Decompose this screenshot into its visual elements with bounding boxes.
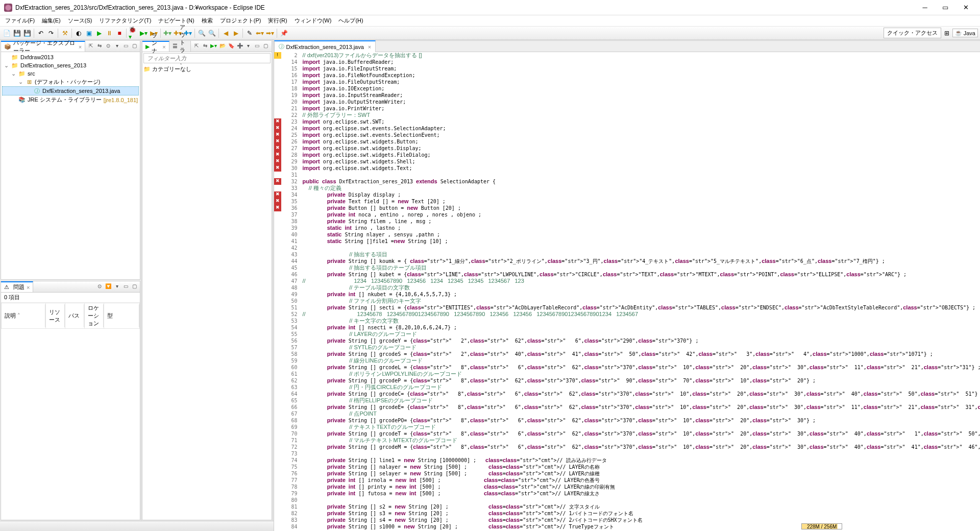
menu-item[interactable]: リファクタリング(T) xyxy=(96,16,154,26)
close-tab-icon[interactable]: × xyxy=(162,44,165,50)
build-icon[interactable]: ⚒ xyxy=(60,29,69,38)
menu-item[interactable]: ソース(S) xyxy=(65,16,95,26)
save-button[interactable]: 💾 xyxy=(12,29,21,38)
column-header[interactable]: リソース xyxy=(45,303,65,329)
editor-tab[interactable]: Ⓙ DxfExtraction_seres_2013.java × xyxy=(274,40,376,52)
collapse-icon[interactable]: ⇱ xyxy=(193,43,200,50)
problems-table[interactable]: 説明 ˄リソースパスロケーション型 xyxy=(1,303,140,329)
maximize-button[interactable]: ▭ xyxy=(935,4,955,11)
menu-item[interactable]: ウィンドウ(W) xyxy=(291,16,335,26)
column-header[interactable]: パス xyxy=(65,303,84,329)
runner-tab[interactable]: ▶ ランナー × xyxy=(142,41,169,52)
annotation-next-icon[interactable]: ▶ xyxy=(231,29,240,38)
err-marker-icon[interactable]: ✖ xyxy=(274,178,281,185)
filter-icon[interactable]: 🔽 xyxy=(105,283,112,291)
maximize-view-icon[interactable]: ▢ xyxy=(131,283,138,291)
link-editor-icon[interactable]: ⇆ xyxy=(96,43,103,50)
twistie-icon[interactable]: ⌄ xyxy=(10,70,16,77)
run-icon[interactable]: ▶▾ xyxy=(210,43,217,50)
run-button[interactable]: ▶▾ xyxy=(139,29,148,38)
focus-icon[interactable]: ⊙ xyxy=(105,43,112,50)
tree-node[interactable]: ⒿDxfExtraction_seres_2013.java xyxy=(2,86,139,95)
err-marker-icon[interactable]: ✖ xyxy=(274,138,281,145)
pin-icon[interactable]: 📌 xyxy=(279,29,288,38)
menu-item[interactable]: ファイル(F) xyxy=(2,16,38,26)
err-marker-icon[interactable]: ✖ xyxy=(274,191,281,198)
err-marker-icon[interactable]: ✖ xyxy=(274,118,281,125)
column-header[interactable]: 説明 ˄ xyxy=(2,303,46,329)
marker xyxy=(274,523,281,530)
redo-icon[interactable]: ↷ xyxy=(46,29,56,38)
toggle-icon[interactable]: ◐ xyxy=(74,29,83,38)
collapse-all-icon[interactable]: ⇱ xyxy=(87,43,94,50)
new-button[interactable]: 📄 xyxy=(2,29,11,38)
menu-item[interactable]: 検索 xyxy=(199,16,216,26)
undo-icon[interactable]: ↶ xyxy=(36,29,45,38)
column-header[interactable]: 型 xyxy=(104,303,140,329)
save-all-button[interactable]: 💾 xyxy=(22,29,32,38)
new-java-icon[interactable]: ✚▾ xyxy=(163,29,172,38)
minimize-view-icon[interactable]: ▭ xyxy=(122,43,129,50)
view-menu-icon[interactable]: ▾ xyxy=(113,43,120,50)
menu-item[interactable]: 実行(R) xyxy=(265,16,290,26)
menu-item[interactable]: ヘルプ(H) xyxy=(335,16,366,26)
focus-icon[interactable]: ⊙ xyxy=(96,283,103,291)
view-menu-icon[interactable]: ▾ xyxy=(245,43,252,50)
minimize-button[interactable]: ─ xyxy=(915,4,935,11)
source-editor[interactable]: !✖✖✖✖✖✖✖✖✖✖✖✖ 2 14 15 16 17 18 19 20 21 … xyxy=(274,52,980,531)
close-tab-icon[interactable]: × xyxy=(27,284,30,291)
minimize-view-icon[interactable]: ▭ xyxy=(254,43,261,50)
open-icon[interactable]: 📂 xyxy=(219,43,226,50)
twistie-icon[interactable]: ⌄ xyxy=(3,62,9,69)
resume-icon[interactable]: ▶ xyxy=(94,29,104,38)
close-tab-icon[interactable]: × xyxy=(79,44,82,50)
quick-access[interactable]: クイック・アクセス xyxy=(884,28,941,38)
err-marker-icon[interactable]: ✖ xyxy=(274,132,281,138)
err-marker-icon[interactable]: ✖ xyxy=(274,152,281,158)
debug-button[interactable]: 🐞▾ xyxy=(129,29,138,38)
err-marker-icon[interactable]: ✖ xyxy=(274,205,281,211)
back-icon[interactable]: ⬅▾ xyxy=(255,29,264,38)
err-marker-icon[interactable]: ✖ xyxy=(274,158,281,165)
tree-node[interactable]: ⌄⊞(デフォルト・パッケージ) xyxy=(2,78,139,86)
minimize-view-icon[interactable]: ▭ xyxy=(122,283,129,291)
menu-item[interactable]: ナビゲート(N) xyxy=(155,16,197,26)
menu-item[interactable]: 編集(E) xyxy=(39,16,64,26)
err-marker-icon[interactable]: ✖ xyxy=(274,198,281,205)
err-marker-icon[interactable]: ✖ xyxy=(274,125,281,132)
column-header[interactable]: ロケーション xyxy=(84,303,104,329)
close-editor-icon[interactable]: × xyxy=(368,44,371,50)
skip-icon[interactable]: ▣ xyxy=(84,29,93,38)
terminate-icon[interactable]: ■ xyxy=(115,29,124,38)
bookmark-icon[interactable]: 🔖 xyxy=(228,43,235,50)
package-explorer-tree[interactable]: 📁Dxfdraw2013⌄📁DxfExtraction_seres_2013⌄📁… xyxy=(1,52,140,279)
open-type-icon[interactable]: 🔍 xyxy=(197,29,206,38)
filter-box[interactable] xyxy=(143,53,270,63)
twistie-icon[interactable]: ⌄ xyxy=(17,79,23,85)
close-button[interactable]: ✕ xyxy=(955,4,976,11)
tree-node[interactable]: 📁Dxfdraw2013 xyxy=(2,53,139,61)
suspend-icon[interactable]: ⏸ xyxy=(105,29,114,38)
last-edit-icon[interactable]: ✎ xyxy=(245,29,254,38)
link-icon[interactable]: ⇆ xyxy=(202,43,209,50)
err-marker-icon[interactable]: ✖ xyxy=(274,165,281,172)
annotation-prev-icon[interactable]: ◀ xyxy=(221,29,230,38)
add-icon[interactable]: ➕ xyxy=(236,43,243,50)
warn-marker-icon[interactable]: ! xyxy=(274,52,281,59)
maximize-view-icon[interactable]: ▢ xyxy=(131,43,138,50)
filter-input[interactable] xyxy=(147,55,266,61)
tree-node[interactable]: ⌄📁src xyxy=(2,69,139,78)
java-perspective-button[interactable]: ☕Java xyxy=(952,29,978,37)
problems-tab[interactable]: ⚠ 問題 × xyxy=(1,281,33,292)
view-menu-icon[interactable]: ▾ xyxy=(113,283,120,291)
tree-node[interactable]: ⌄📁DxfExtraction_seres_2013 xyxy=(2,61,139,69)
forward-icon[interactable]: ➡▾ xyxy=(265,29,275,38)
package-explorer-tab[interactable]: 📦 パッケージ・エクスプローラー × xyxy=(1,41,85,52)
maximize-view-icon[interactable]: ▢ xyxy=(262,43,270,50)
open-perspective-icon[interactable]: ⊞ xyxy=(942,29,951,38)
err-marker-icon[interactable]: ✖ xyxy=(274,145,281,152)
outline-tab[interactable]: ☰ アウトライン xyxy=(169,41,191,52)
search-icon[interactable]: 🔍 xyxy=(207,29,216,38)
tree-node[interactable]: 📚JRE システム・ライブラリー [jre1.8.0_181] xyxy=(2,95,139,104)
menu-item[interactable]: プロジェクト(P) xyxy=(217,16,264,26)
